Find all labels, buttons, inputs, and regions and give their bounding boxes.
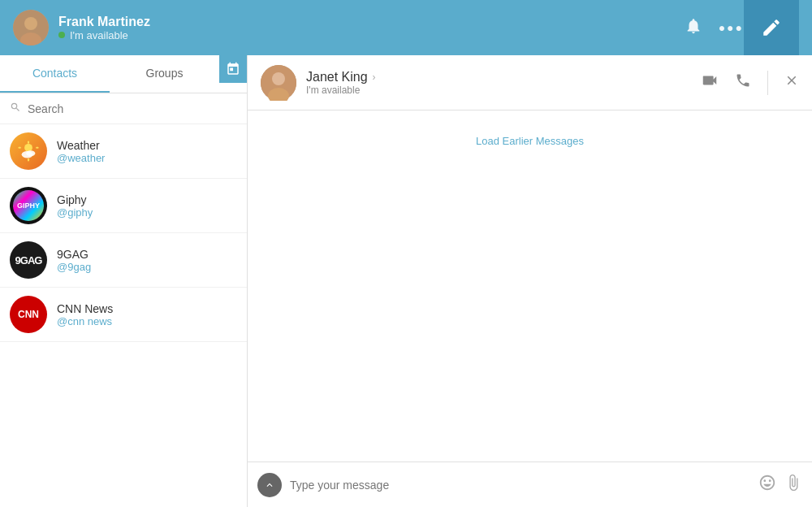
chevron-icon: › [373,72,376,83]
contact-info: Giphy @giphy [57,193,93,219]
tab-contacts[interactable]: Contacts [0,55,110,93]
tab-groups[interactable]: Groups [110,55,219,93]
chat-header-actions [701,71,799,95]
chat-contact-status: I'm available [306,84,691,96]
status-dot [58,32,65,38]
list-item[interactable]: 9GAG 9GAG @9gag [0,233,247,288]
svg-rect-6 [18,147,21,149]
chat-header: Janet King › I'm available [248,55,812,110]
more-icon[interactable]: ●●● [719,21,744,34]
user-info: Frank Martinez I'm available [58,15,685,41]
search-bar [0,93,247,124]
svg-point-3 [24,144,32,152]
svg-point-9 [26,150,35,156]
close-icon[interactable] [784,73,799,92]
contact-name: Giphy [57,193,93,206]
divider [767,71,768,95]
search-input[interactable] [28,102,237,115]
emoji-button[interactable] [758,474,776,496]
attach-button[interactable] [784,474,802,496]
contact-handle: @weather [57,152,105,164]
chat-messages: Load Earlier Messages [248,110,812,462]
svg-point-1 [24,17,37,30]
scroll-up-button[interactable] [257,473,282,497]
list-item[interactable]: GIPHY Giphy @giphy [0,179,247,233]
svg-rect-7 [36,147,39,149]
svg-point-11 [272,72,285,85]
user-avatar [13,10,49,46]
contact-name: 9GAG [57,248,91,261]
contact-handle: @giphy [57,206,93,219]
user-status: I'm available [58,29,685,41]
compose-button[interactable] [744,0,799,55]
chat-contact-avatar [261,65,296,101]
avatar: GIPHY [10,187,47,224]
sidebar-tabs: Contacts Groups [0,55,247,93]
chat-contact-info: Janet King › I'm available [306,70,691,96]
contact-handle: @9gag [57,261,91,273]
search-icon [10,102,21,115]
bell-icon[interactable] [685,17,702,39]
message-input[interactable] [290,479,750,492]
contact-list: Weather @weather GIPHY Giphy @giphy [0,124,247,507]
list-item[interactable]: Weather @weather [0,124,247,179]
avatar: 9GAG [10,241,47,279]
load-earlier-button[interactable]: Load Earlier Messages [476,135,584,147]
main-layout: Contacts Groups [0,55,812,507]
calendar-icon-tab[interactable] [219,55,247,83]
contact-info: 9GAG @9gag [57,248,91,273]
chat-contact-name: Janet King › [306,70,691,84]
video-call-icon[interactable] [701,72,719,93]
phone-call-icon[interactable] [735,72,751,93]
list-item[interactable]: CNN CNN News @cnn news [0,288,247,342]
svg-rect-5 [28,158,29,162]
avatar [10,132,47,170]
user-name: Frank Martinez [58,15,685,29]
avatar: CNN [10,296,47,333]
contact-name: Weather [57,139,105,152]
contact-info: Weather @weather [57,139,105,164]
top-header: Frank Martinez I'm available ●●● [0,0,812,55]
svg-rect-4 [28,141,29,144]
chat-input-area [248,462,812,507]
contact-handle: @cnn news [57,315,113,327]
contact-name: CNN News [57,302,113,315]
chat-area: Janet King › I'm available [248,55,812,507]
sidebar: Contacts Groups [0,55,248,507]
header-actions: ●●● [685,17,744,39]
contact-info: CNN News @cnn news [57,302,113,327]
